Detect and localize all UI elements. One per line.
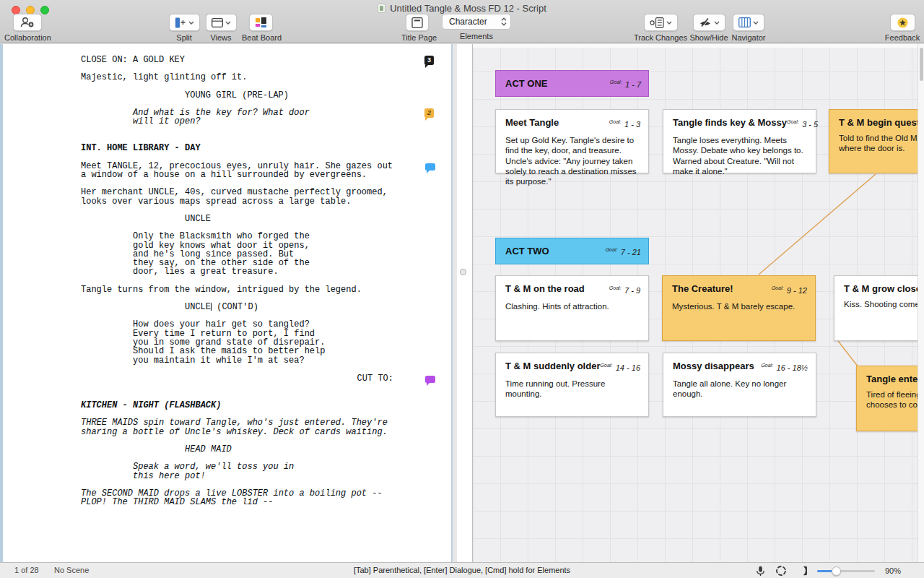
act-title: ACT ONE: [505, 78, 610, 89]
script-character[interactable]: HEAD MAID: [185, 445, 451, 454]
script-editor-pane[interactable]: CLOSE ON: A GOLD KEY3 Majestic, light gl…: [0, 44, 453, 562]
updown-chevron-icon: [501, 17, 507, 26]
show-hide-label: Show/Hide: [687, 33, 731, 42]
track-changes-button[interactable]: [644, 14, 678, 31]
beat-card-title: T & M on the road: [505, 283, 585, 294]
beat-board-label: Beat Board: [242, 33, 279, 42]
act-one-card[interactable]: ACT ONE Goal: 1 - 7: [495, 70, 649, 97]
act-title: ACT TWO: [505, 246, 606, 256]
script-shot-heading[interactable]: CLOSE ON: A GOLD KEY3: [81, 56, 451, 64]
beat-card-goal: Goal: 16 - 18½: [761, 361, 808, 374]
script-transition[interactable]: CUT TO:: [81, 374, 451, 383]
script-character[interactable]: UNCLE: [185, 215, 451, 223]
elements-dropdown-value: Character: [449, 17, 487, 27]
script-action[interactable]: Meet TANGLE, 12, precocious eyes, unruly…: [81, 162, 451, 180]
beat-card-goal: Goal: 3 - 5: [787, 117, 818, 130]
show-hide-button[interactable]: [693, 14, 725, 31]
elements-dropdown[interactable]: Character: [442, 14, 511, 30]
beat-card-title: Tangle enters lair: [866, 374, 924, 384]
pane-splitter[interactable]: [457, 44, 472, 562]
status-bar: 1 of 28 No Scene [Tab] Parenthetical, [E…: [0, 562, 924, 578]
show-hide-eye-icon: [699, 17, 712, 28]
collaboration-label: Collaboration: [4, 33, 51, 42]
beat-card-goal: Goal: 1 - 3: [609, 117, 640, 130]
script-character[interactable]: YOUNG GIRL (PRE-LAP): [185, 91, 451, 100]
split-icon: [175, 17, 186, 28]
title-page-button[interactable]: [406, 14, 429, 31]
beat-card-body: Tangle loses everything. Meets Mossy. De…: [673, 135, 808, 176]
script-dialogue[interactable]: How does your hair get so tangled? Every…: [133, 320, 451, 364]
title-page-icon: [411, 17, 423, 28]
beat-card-the-creature[interactable]: The Creature! Goal: 9 - 12 Mysterious. T…: [662, 275, 816, 341]
beat-card-body: Tangle all alone. Key no longer enough.: [673, 379, 808, 400]
night-mode-icon[interactable]: [797, 566, 807, 576]
script-note-purple-icon[interactable]: [425, 376, 435, 383]
beat-card-enters-lair[interactable]: Tangle enters lair Tired of fleeing the …: [856, 366, 924, 431]
script-page[interactable]: CLOSE ON: A GOLD KEY3 Majestic, light gl…: [3, 44, 451, 507]
script-scene-heading[interactable]: KITCHEN - NIGHT (FLASHBACK): [81, 401, 451, 410]
chevron-down-icon: [225, 21, 231, 25]
views-icon: [212, 18, 223, 27]
script-note-blue-icon[interactable]: [425, 163, 435, 171]
beat-card-title: Meet Tangle: [505, 117, 559, 128]
script-action[interactable]: The SECOND MAID drops a live LOBSTER int…: [81, 489, 451, 507]
beat-card-body: Tired of fleeing the Creature, chooses t…: [866, 389, 924, 410]
split-button[interactable]: [169, 14, 200, 31]
beat-board-scrollbar[interactable]: [918, 44, 924, 562]
act-two-card[interactable]: ACT TWO Goal: 7 - 21: [495, 238, 649, 264]
dictation-microphone-icon[interactable]: [756, 566, 765, 577]
beat-card-title: Mossy disappears: [673, 361, 754, 371]
chevron-down-icon: [666, 21, 672, 25]
beat-card-goal: Goal: 7 - 9: [609, 283, 640, 296]
connector-line: [759, 174, 876, 275]
connector-line: [838, 341, 858, 367]
beat-card-suddenly-older[interactable]: T & M suddenly older Goal: 14 - 16 Time …: [495, 353, 649, 417]
collaboration-icon: [19, 17, 36, 28]
feedback-button[interactable]: [890, 14, 915, 31]
scene-marker-2[interactable]: 2: [424, 108, 434, 118]
beat-board-button[interactable]: [249, 14, 273, 31]
script-action[interactable]: Majestic, light glinting off it.: [81, 73, 451, 82]
script-action[interactable]: Tangle turns from the window, intrigued …: [81, 285, 451, 294]
track-changes-label: Track Changes: [633, 33, 688, 42]
document-icon: [378, 4, 385, 13]
zoom-slider-knob[interactable]: [832, 566, 841, 576]
script-action[interactable]: THREE MAIDS spin toward Tangle, who's ju…: [81, 418, 451, 436]
beat-board-icon: [255, 17, 267, 28]
script-scene-heading[interactable]: INT. HOME LIBRARY - DAY: [81, 144, 451, 152]
beat-card-meet-tangle[interactable]: Meet Tangle Goal: 1 - 3 Set up Gold Key.…: [495, 109, 649, 173]
views-button[interactable]: [206, 14, 237, 31]
beat-card-tangle-finds-key[interactable]: Tangle finds key & Mossy Goal: 3 - 5 Tan…: [663, 109, 816, 173]
scrollbar-thumb[interactable]: [920, 48, 923, 81]
beat-card-on-the-road[interactable]: T & M on the road Goal: 7 - 9 Clashing. …: [495, 275, 649, 341]
zoom-percentage: 90%: [885, 566, 901, 575]
beat-card-begin-quest[interactable]: T & M begin quest Told to find the Old M…: [829, 109, 924, 173]
beat-card-title: T & M suddenly older: [505, 361, 600, 371]
chevron-down-icon: [188, 21, 194, 25]
splitter-handle[interactable]: [460, 269, 466, 275]
script-action[interactable]: Her merchant UNCLE, 40s, curved mustache…: [81, 188, 451, 206]
scene-marker-3[interactable]: 3: [424, 56, 434, 65]
feedback-label: Feedback: [882, 33, 923, 42]
beat-board-pane[interactable]: ACT ONE Goal: 1 - 7 Meet Tangle Goal: 1 …: [472, 44, 924, 562]
act-goal: Goal: 1 - 7: [610, 77, 641, 90]
beat-card-body: Clashing. Hints of attraction.: [505, 301, 640, 311]
focus-mode-icon[interactable]: [775, 565, 787, 577]
titlebar-toolbar: Untitled Tangle & Moss FD 12 - Script Co…: [0, 0, 924, 43]
beat-card-body: Time running out. Pressure mounting.: [505, 379, 640, 400]
split-label: Split: [167, 33, 201, 42]
beat-card-mossy-disappears[interactable]: Mossy disappears Goal: 16 - 18½ Tangle a…: [663, 353, 816, 417]
zoom-slider[interactable]: [817, 570, 875, 572]
act-goal: Goal: 7 - 21: [606, 245, 641, 258]
beat-card-goal: Goal: 14 - 16: [601, 361, 640, 374]
script-dialogue[interactable]: Only the Blacksmith who forged the gold …: [133, 232, 451, 276]
beat-card-grow-closer[interactable]: T & M grow closer Kiss. Shooting comet.: [834, 275, 924, 341]
beat-card-title: T & M grow closer: [844, 283, 924, 294]
navigator-button[interactable]: [733, 14, 764, 31]
beat-card-title: The Creature!: [672, 283, 733, 294]
collaboration-button[interactable]: [13, 14, 42, 31]
script-dialogue[interactable]: Speak a word, we'll toss you in this her…: [133, 462, 451, 480]
chevron-down-icon: [714, 21, 720, 25]
script-character[interactable]: UNCLE (CONT'D): [185, 303, 451, 311]
script-dialogue[interactable]: And what is the key for? What door will …: [133, 108, 451, 126]
